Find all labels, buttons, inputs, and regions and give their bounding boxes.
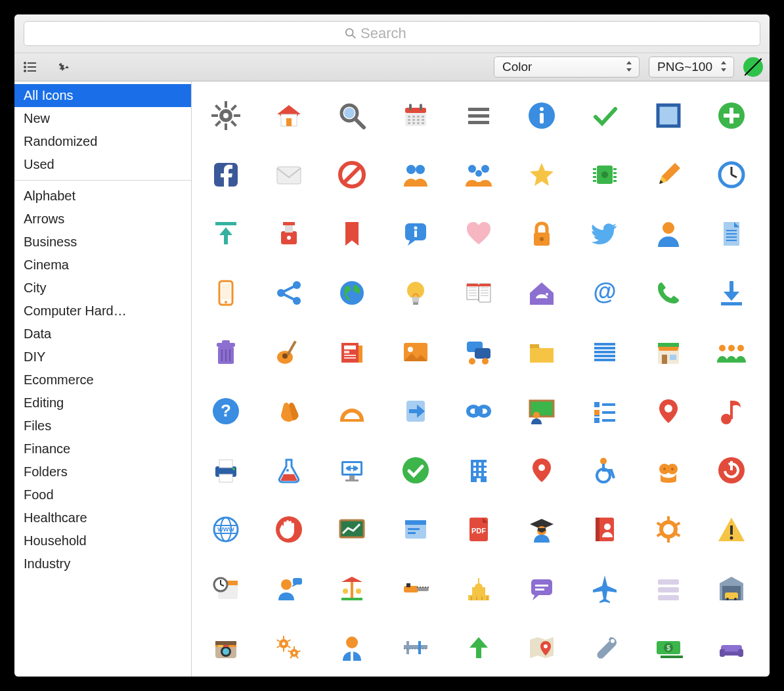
sidebar-category-data[interactable]: Data [14,323,191,346]
mixer-icon[interactable] [271,215,307,252]
sidebar-item-new[interactable]: New [14,107,191,130]
guitar-icon[interactable] [271,334,307,370]
search-input[interactable] [360,25,439,42]
sidebar-category-finance[interactable]: Finance [14,437,191,460]
view-list-button[interactable] [21,58,39,76]
camera-icon[interactable] [207,629,244,666]
music-note-icon[interactable] [713,393,750,430]
sidebar-category-arrows[interactable]: Arrows [14,208,191,231]
style-select[interactable]: Color [494,56,640,78]
settings-gear-icon[interactable] [650,511,687,548]
gears-icon[interactable] [271,629,307,666]
share-icon[interactable] [271,275,307,311]
chip-icon[interactable] [586,156,623,193]
stop-hand-icon[interactable] [271,511,307,548]
shop-icon[interactable] [650,334,687,370]
document-icon[interactable] [713,215,750,252]
power-icon[interactable] [713,452,750,489]
sidebar-category-cinema[interactable]: Cinema [14,254,191,277]
applause-icon[interactable] [271,393,307,430]
format-select[interactable]: PNG~100 [649,56,734,78]
team-icon[interactable] [713,334,750,370]
help-icon[interactable]: ? [207,393,244,430]
home-icon[interactable] [271,97,307,134]
info-icon[interactable] [523,97,560,134]
download-icon[interactable] [713,275,750,311]
sofa-icon[interactable] [713,629,750,666]
star-icon[interactable] [523,156,560,193]
cash-icon[interactable]: $ [650,629,687,666]
color-swatch[interactable] [743,57,763,77]
info-chat-icon[interactable] [397,215,434,252]
wrench-icon[interactable] [586,629,623,666]
graduate-icon[interactable] [523,511,560,548]
sidebar-item-used[interactable]: Used [14,153,191,176]
lightbulb-icon[interactable] [397,275,434,311]
sidebar-category-folders[interactable]: Folders [14,460,191,483]
family-icon[interactable] [460,156,497,193]
map-marker-icon[interactable] [523,629,560,666]
plus-icon[interactable] [713,97,750,134]
sidebar-category-healthcare[interactable]: Healthcare [14,506,191,529]
wheelchair-icon[interactable] [586,452,623,489]
phone-call-icon[interactable] [650,275,687,311]
chat-bubble-icon[interactable] [523,570,560,607]
building-icon[interactable] [460,452,497,489]
calendar-clock-icon[interactable] [207,570,244,607]
mail-icon[interactable] [271,156,307,193]
calendar-icon[interactable] [397,97,434,134]
sidebar-category-business[interactable]: Business [14,231,191,254]
location-icon[interactable] [523,452,560,489]
admin-icon[interactable] [334,629,370,666]
settings-menu-button[interactable] [49,58,75,76]
pencil-icon[interactable] [650,156,687,193]
at-sign-icon[interactable]: @ [586,275,623,311]
user-speak-icon[interactable] [271,570,307,607]
gear-icon[interactable] [207,97,244,134]
globe-icon[interactable] [334,275,370,311]
clock-icon[interactable] [713,156,750,193]
sidebar-category-diy[interactable]: DIY [14,346,191,368]
user-icon[interactable] [650,215,687,252]
sidebar-category-food[interactable]: Food [14,483,191,506]
www-icon[interactable]: WWW [207,511,244,548]
carousel-icon[interactable] [334,570,370,607]
twitter-icon[interactable] [586,215,623,252]
hamburger-icon[interactable] [460,97,497,134]
link-icon[interactable] [460,393,497,430]
airplane-icon[interactable] [586,570,623,607]
printer-icon[interactable] [207,452,244,489]
trash-icon[interactable] [207,334,244,370]
search-field-wrap[interactable] [24,21,760,46]
sidebar-category-editing[interactable]: Editing [14,391,191,414]
chat-people-icon[interactable] [460,334,497,370]
capitol-icon[interactable] [460,570,497,607]
facebook-icon[interactable] [207,156,244,193]
folder-icon[interactable] [523,334,560,370]
search-icon[interactable] [334,97,370,134]
pdf-icon[interactable]: PDF [460,511,497,548]
rows-icon[interactable] [650,570,687,607]
map-pin-icon[interactable] [650,393,687,430]
protractor-icon[interactable] [334,393,370,430]
image-icon[interactable] [397,334,434,370]
sidebar-category-alphabet[interactable]: Alphabet [14,185,191,208]
sidebar-category-computer-hard-[interactable]: Computer Hard… [14,300,191,323]
bookmark-icon[interactable] [334,215,370,252]
modules-icon[interactable] [586,393,623,430]
book-icon[interactable] [460,275,497,311]
sidebar-item-randomized[interactable]: Randomized [14,130,191,153]
teacher-icon[interactable] [523,393,560,430]
arrow-right-icon[interactable] [397,393,434,430]
lock-icon[interactable] [523,215,560,252]
sidebar-category-industry[interactable]: Industry [14,552,191,575]
news-icon[interactable] [334,334,370,370]
caliper-icon[interactable] [397,629,434,666]
warning-icon[interactable] [713,511,750,548]
sidebar-category-household[interactable]: Household [14,529,191,552]
phone-device-icon[interactable] [207,275,244,311]
sidebar-category-ecommerce[interactable]: Ecommerce [14,368,191,391]
contact-book-icon[interactable] [586,511,623,548]
upload-icon[interactable] [207,215,244,252]
list-icon[interactable] [586,334,623,370]
